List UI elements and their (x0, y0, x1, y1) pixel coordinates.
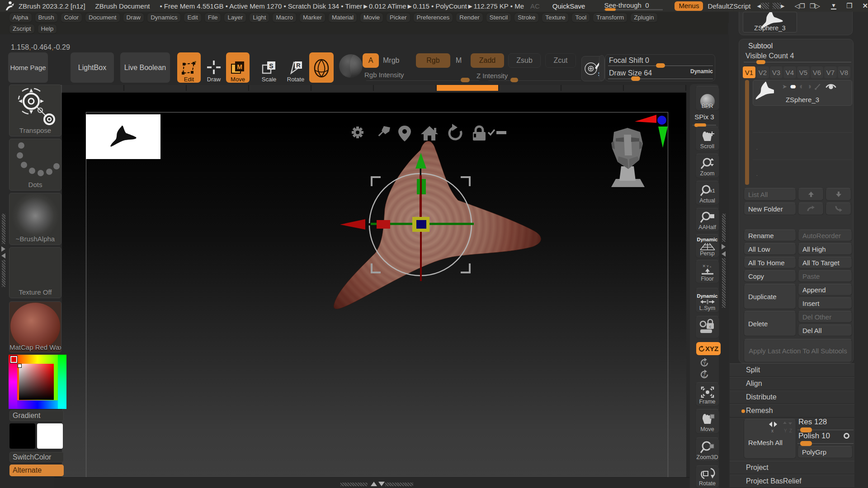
draw-size-handle[interactable] (631, 76, 640, 81)
move-button[interactable]: M Move (226, 52, 250, 83)
right-divider-scroll-top[interactable] (722, 214, 726, 242)
quicksave-button[interactable]: QuickSave (552, 2, 585, 10)
menu-transform[interactable]: Transform (593, 13, 627, 23)
lightbox-button[interactable]: LightBox (71, 52, 114, 83)
subtool-down-button[interactable] (826, 188, 851, 201)
canvas-hscrollbar[interactable] (62, 85, 686, 91)
subtool-empty-row-1[interactable] (753, 106, 852, 133)
restore-icon[interactable]: ❐ (846, 2, 852, 10)
edit-button[interactable]: Edit (177, 52, 201, 83)
polymesh-button[interactable] (309, 52, 334, 83)
zoom3d-button[interactable]: Zoom3D (695, 437, 719, 462)
move-to-folder-button[interactable] (798, 202, 824, 215)
color-picker-hue-cursor[interactable] (10, 356, 17, 363)
menu-stroke[interactable]: Stroke (514, 13, 539, 23)
left-divider-open-icon[interactable] (1, 246, 5, 252)
subtool-eye-icon[interactable] (825, 83, 837, 90)
all-to-home-button[interactable]: All To Home (744, 257, 796, 268)
rotate-xyz-button[interactable]: XYZ (696, 342, 721, 355)
zcut-button[interactable]: Zcut (545, 53, 576, 68)
bottom-scroll-left[interactable] (340, 483, 368, 486)
subtool-polypaint-icon[interactable]: ●● (790, 82, 797, 91)
polish-handle[interactable] (800, 441, 812, 446)
menu-edit[interactable]: Edit (184, 13, 201, 23)
v8-button[interactable]: V8 (838, 66, 850, 78)
rotate-z-button[interactable]: Z (699, 369, 710, 380)
frame-button[interactable]: Frame (695, 382, 719, 406)
gradient-row[interactable]: Gradient (9, 410, 64, 421)
scale-button[interactable]: S Scale (259, 52, 279, 83)
rotate-button[interactable]: R Rotate (285, 52, 307, 83)
right-divider-close-icon[interactable] (722, 251, 726, 257)
v3-button[interactable]: V3 (770, 66, 783, 78)
v5-button[interactable]: V5 (797, 66, 810, 78)
move3d-button[interactable]: Move (695, 409, 719, 434)
z-intensity-track[interactable] (488, 80, 581, 81)
bottom-up-arrow[interactable] (371, 482, 377, 486)
m-button[interactable]: M (456, 56, 462, 65)
matcap-tile[interactable]: MatCap Red Wax (9, 301, 61, 352)
menu-light[interactable]: Light (249, 13, 269, 23)
menu-color[interactable]: Color (61, 13, 82, 23)
subtool-empty-row-3[interactable]: . (753, 160, 852, 185)
v2-button[interactable]: V2 (756, 66, 769, 78)
menu-render[interactable]: Render (456, 13, 483, 23)
floor-button[interactable]: ✕ʏ᙮ Floor (695, 260, 719, 283)
paste-button[interactable]: Paste (798, 270, 852, 282)
visible-count-handle[interactable] (756, 60, 765, 64)
menu-macro[interactable]: Macro (272, 13, 297, 23)
v1-button[interactable]: V1 (743, 66, 755, 78)
subtool-scrollbar[interactable] (745, 80, 749, 185)
zscript-name[interactable]: DefaultZScript (708, 2, 750, 10)
left-divider-scroll-top[interactable] (2, 214, 5, 244)
subtool-autospin-icon[interactable]: ➤ (782, 83, 787, 90)
all-low-button[interactable]: All Low (744, 243, 796, 255)
move-out-folder-button[interactable] (826, 202, 851, 215)
polygrp-button[interactable]: PolyGrp (797, 446, 853, 458)
live-boolean-button[interactable]: Live Boolean (120, 52, 170, 83)
section-remesh[interactable]: Remesh (730, 404, 854, 418)
menu-tool[interactable]: Tool (571, 13, 590, 23)
list-all-button[interactable]: List All (744, 188, 796, 201)
color-picker[interactable] (9, 355, 66, 409)
menu-help[interactable]: Help (38, 24, 57, 34)
draw-size-track[interactable] (608, 79, 713, 79)
subtool-brush-icon[interactable] (814, 83, 822, 90)
alternate-button[interactable]: Alternate (9, 465, 64, 476)
dynamic-label[interactable]: Dynamic (690, 68, 713, 75)
minimize-icon[interactable]: ▼ (831, 2, 836, 9)
section-split[interactable]: Split (730, 363, 854, 377)
left-divider-close-icon[interactable] (1, 253, 5, 258)
delete-button[interactable]: Delete (744, 311, 796, 336)
section-align[interactable]: Align (730, 377, 854, 390)
zadd-button[interactable]: Zadd (471, 53, 504, 68)
menu-draw[interactable]: Draw (123, 13, 145, 23)
persp-button[interactable]: Dynamic Persp (695, 234, 719, 258)
mrgb-button[interactable]: Mrgb (383, 56, 399, 65)
brush-alpha-tile[interactable]: ~BrushAlpha (9, 193, 61, 245)
color-picker-sv-cursor[interactable] (18, 364, 22, 368)
subtool-item[interactable]: ➤ ●● ◐ ◑ ZSphere_3 (753, 80, 852, 106)
menu-document[interactable]: Document (85, 13, 120, 23)
insert-button[interactable]: Insert (798, 297, 852, 309)
apply-last-button[interactable]: Apply Last Action To All Subtools (744, 339, 852, 362)
draw-button[interactable]: Draw (203, 52, 224, 83)
focal-shift-handle[interactable] (656, 63, 665, 68)
v7-button[interactable]: V7 (824, 66, 837, 78)
menu-material[interactable]: Material (328, 13, 357, 23)
right-divider-scroll-bottom[interactable] (722, 258, 726, 308)
subtool-header[interactable]: Subtool (748, 42, 773, 50)
channel-a-button[interactable]: A (363, 53, 379, 68)
menu-zplugin[interactable]: Zplugin (630, 13, 657, 23)
v6-button[interactable]: V6 (811, 66, 823, 78)
aahalf-button[interactable]: AAHalf (695, 208, 719, 232)
polish-toggle-icon[interactable] (844, 433, 849, 439)
section-project-basrelief[interactable]: Project BasRelief (730, 474, 854, 488)
section-distribute[interactable]: Distribute (730, 390, 854, 404)
menu-layer[interactable]: Layer (224, 13, 246, 23)
menu-texture[interactable]: Texture (542, 13, 569, 23)
duplicate-button[interactable]: Duplicate (744, 284, 796, 309)
all-high-button[interactable]: All High (798, 243, 852, 255)
color-picker-square[interactable] (19, 364, 54, 400)
del-other-button[interactable]: Del Other (798, 311, 852, 323)
